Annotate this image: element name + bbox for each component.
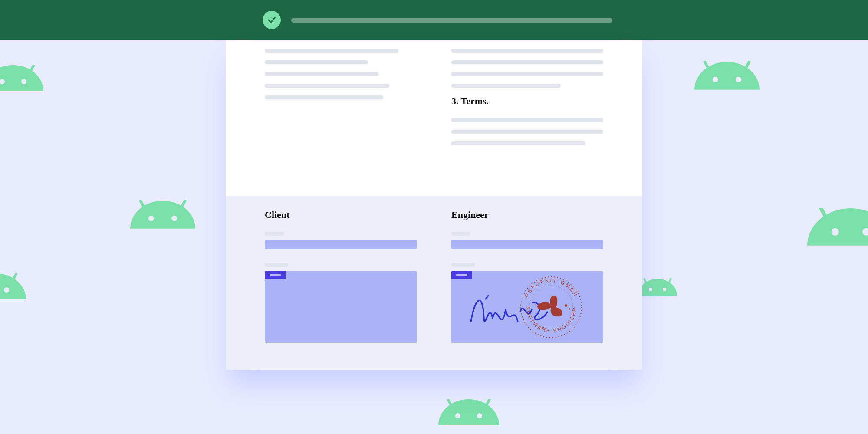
android-bg-icon [438, 399, 512, 434]
text-placeholder [451, 84, 561, 88]
text-placeholder [451, 141, 585, 145]
document-page: 3. Terms. Client Engineer [226, 40, 642, 370]
engineer-signature-field[interactable]: PSPDFKIT GMBH SOFTWARE ENGINEER [451, 271, 603, 343]
android-bg-icon [638, 269, 677, 308]
svg-point-6 [565, 304, 567, 307]
field-label-placeholder [451, 263, 475, 267]
engineer-signature-content: PSPDFKIT GMBH SOFTWARE ENGINEER [451, 271, 603, 343]
text-placeholder [265, 49, 398, 53]
client-signature-field[interactable] [265, 271, 417, 343]
signature-area: Client Engineer [226, 196, 642, 370]
engineer-heading: Engineer [451, 209, 603, 220]
text-placeholder [451, 60, 603, 64]
field-label-placeholder [451, 232, 470, 236]
section-heading-terms: 3. Terms. [451, 95, 603, 107]
engineer-signature-block: Engineer [451, 209, 603, 349]
stamp-top-text: PSPDFKIT GMBH [523, 277, 579, 298]
field-label-placeholder [265, 263, 288, 267]
engineer-name-field[interactable] [451, 240, 603, 249]
text-placeholder [265, 84, 389, 88]
android-bg-icon [0, 65, 61, 104]
status-bar [0, 0, 868, 40]
client-heading: Client [265, 209, 417, 220]
android-bg-icon [0, 273, 43, 312]
client-name-field[interactable] [265, 240, 417, 249]
text-placeholder [451, 49, 603, 53]
client-signature-block: Client [265, 209, 417, 349]
text-placeholder [265, 95, 383, 99]
svg-point-7 [569, 308, 570, 310]
text-placeholder [451, 72, 603, 76]
svg-text:PSPDFKIT GMBH: PSPDFKIT GMBH [523, 277, 579, 298]
text-placeholder [265, 60, 368, 64]
field-label-placeholder [265, 232, 284, 236]
android-bg-icon [694, 61, 760, 95]
progress-bar [291, 18, 612, 23]
text-placeholder [265, 72, 379, 76]
android-bg-icon [807, 208, 868, 252]
text-placeholder [451, 118, 603, 122]
text-placeholder [451, 130, 603, 134]
signature-handwriting-icon [471, 296, 547, 322]
doc-right-column: 3. Terms. [451, 49, 603, 153]
company-stamp-icon: PSPDFKIT GMBH SOFTWARE ENGINEER [521, 277, 582, 338]
signature-tag-icon [265, 271, 286, 279]
android-bg-icon [130, 200, 195, 234]
doc-left-column [265, 49, 417, 153]
success-check-icon [263, 11, 281, 29]
